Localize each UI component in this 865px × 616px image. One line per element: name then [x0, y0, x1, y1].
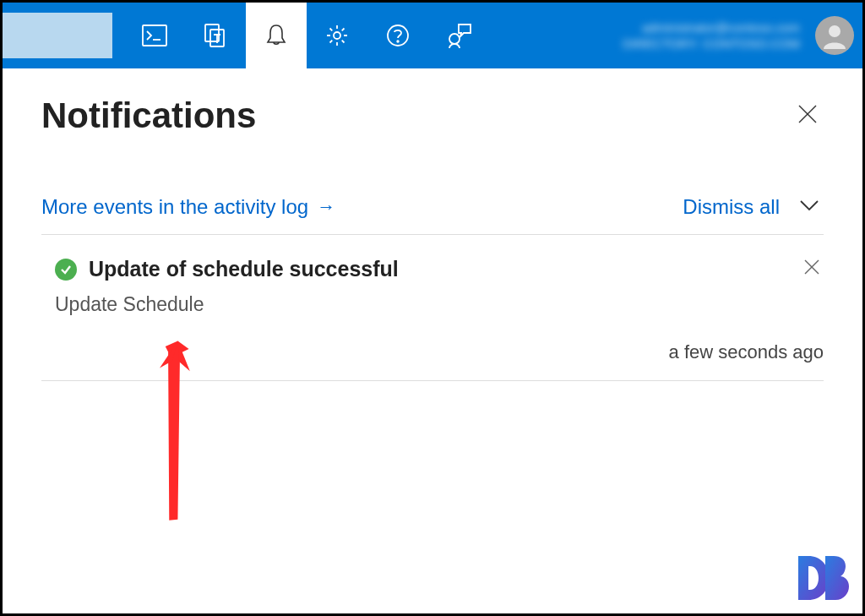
header-bar: administrator@contoso.com DIRECTORY: CON…	[3, 3, 862, 68]
notifications-icon[interactable]	[246, 3, 307, 68]
notifications-panel: Notifications More events in the activit…	[3, 68, 862, 381]
watermark-logo	[792, 551, 852, 607]
dismiss-all-button[interactable]: Dismiss all	[683, 195, 780, 219]
svg-point-6	[397, 41, 399, 42]
dismiss-group: Dismiss all	[683, 195, 824, 219]
svg-rect-0	[143, 25, 166, 46]
page-title: Notifications	[41, 95, 256, 136]
activity-log-link[interactable]: More events in the activity log →	[41, 195, 335, 219]
arrow-right-icon: →	[317, 196, 335, 218]
activity-log-link-text: More events in the activity log	[41, 195, 308, 219]
header-icon-group	[124, 3, 489, 68]
panel-actions-row: More events in the activity log → Dismis…	[41, 195, 824, 235]
cloud-shell-icon[interactable]	[124, 3, 185, 68]
filter-icon[interactable]	[185, 3, 246, 68]
user-account-text[interactable]: administrator@contoso.com DIRECTORY: CON…	[563, 19, 800, 52]
settings-gear-icon[interactable]	[307, 3, 367, 68]
notification-body: Update Schedule	[55, 293, 824, 316]
notification-header: Update of schedule successful	[41, 257, 824, 281]
svg-point-7	[449, 34, 460, 44]
avatar[interactable]	[815, 16, 854, 55]
header-search-collapsed[interactable]	[3, 13, 112, 58]
success-check-icon	[55, 259, 77, 281]
feedback-icon[interactable]	[428, 3, 489, 68]
svg-point-8	[829, 25, 841, 37]
chevron-down-icon[interactable]	[795, 195, 824, 219]
panel-header: Notifications	[41, 95, 824, 136]
header-right: administrator@contoso.com DIRECTORY: CON…	[563, 3, 854, 68]
close-panel-button[interactable]	[792, 98, 824, 134]
notification-timestamp: a few seconds ago	[41, 341, 824, 363]
dismiss-notification-button[interactable]	[803, 259, 820, 279]
help-icon[interactable]	[367, 3, 428, 68]
notification-item: Update of schedule successful Update Sch…	[41, 235, 824, 381]
notification-title: Update of schedule successful	[89, 257, 399, 281]
svg-point-4	[334, 32, 340, 39]
